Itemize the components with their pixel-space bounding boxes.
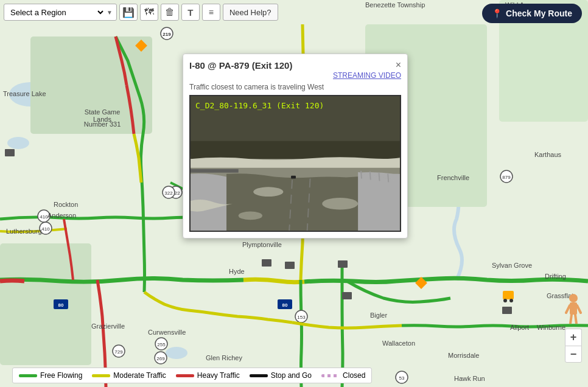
check-route-label: Check My Route: [506, 9, 572, 18]
pin-icon: 📍: [492, 9, 502, 18]
svg-line-55: [361, 171, 362, 179]
traffic-direction: Traffic closest to camera is traveling W…: [189, 83, 401, 91]
svg-text:80: 80: [58, 302, 64, 308]
legend-label-closed: Closed: [343, 371, 365, 380]
need-help-button[interactable]: Need Help?: [223, 4, 278, 21]
svg-rect-15: [502, 307, 512, 314]
svg-text:729: 729: [114, 349, 123, 355]
svg-text:255: 255: [157, 342, 166, 347]
svg-line-63: [577, 305, 581, 313]
svg-point-51: [322, 198, 358, 210]
save-button[interactable]: 💾: [119, 4, 138, 21]
camera-popup: I-80 @ PA-879 (Exit 120) × STREAMING VID…: [183, 54, 408, 239]
legend-stop-go: Stop and Go: [250, 371, 312, 380]
svg-rect-53: [291, 176, 296, 179]
svg-text:219: 219: [163, 32, 171, 37]
svg-point-18: [509, 299, 513, 302]
toolbar: Select a RegionNortheastSoutheastSouthwe…: [4, 4, 278, 21]
camera-image: C_D2_80-119.6_31 (Exit 120): [189, 95, 401, 232]
svg-rect-13: [338, 260, 348, 268]
svg-rect-47: [191, 141, 400, 159]
legend-moderate: Moderate Traffic: [92, 371, 166, 380]
svg-text:269: 269: [156, 356, 165, 361]
svg-rect-11: [262, 259, 271, 267]
svg-line-58: [388, 174, 388, 183]
delete-button[interactable]: 🗑: [161, 4, 179, 21]
svg-text:53: 53: [399, 375, 405, 381]
legend-line-moderate: [92, 374, 110, 377]
svg-rect-61: [570, 302, 577, 315]
svg-rect-14: [342, 292, 352, 299]
legend-label-stop-go: Stop and Go: [271, 371, 312, 380]
svg-line-64: [570, 315, 572, 324]
svg-rect-12: [285, 262, 295, 269]
zoom-out-button[interactable]: −: [565, 346, 582, 363]
svg-point-2: [7, 137, 29, 149]
svg-point-60: [569, 294, 578, 302]
svg-text:153: 153: [297, 315, 306, 320]
zoom-controls: + −: [565, 329, 582, 363]
legend-line-free: [19, 374, 37, 377]
svg-text:410: 410: [41, 226, 50, 232]
camera-label: C_D2_80-119.6_31 (Exit 120): [195, 101, 324, 110]
filter-button[interactable]: ≡: [202, 4, 220, 21]
region-select-wrapper[interactable]: Select a RegionNortheastSoutheastSouthwe…: [4, 4, 117, 21]
legend-line-stop-go: [250, 374, 268, 377]
map-container[interactable]: 80 80 219 322 322 153 53 879 729 269 255…: [0, 0, 588, 387]
svg-rect-16: [503, 291, 514, 299]
svg-point-52: [239, 212, 262, 220]
streaming-video-link[interactable]: STREAMING VIDEO: [333, 71, 401, 80]
svg-rect-4: [30, 37, 152, 134]
svg-line-62: [566, 305, 570, 313]
popup-title: I-80 @ PA-879 (Exit 120): [189, 60, 292, 71]
map-button[interactable]: 🗺: [140, 4, 158, 21]
svg-point-50: [253, 187, 283, 197]
popup-close-button[interactable]: ×: [396, 60, 401, 70]
svg-rect-10: [5, 149, 15, 156]
svg-text:410: 410: [40, 214, 48, 220]
text-button[interactable]: T: [181, 4, 200, 21]
svg-point-17: [503, 299, 507, 302]
svg-text:80: 80: [282, 302, 288, 308]
legend-line-heavy: [176, 374, 194, 377]
legend-label-heavy: Heavy Traffic: [197, 371, 240, 380]
svg-rect-59: [191, 169, 239, 173]
svg-line-56: [370, 172, 371, 180]
zoom-in-button[interactable]: +: [565, 329, 582, 346]
legend-heavy: Heavy Traffic: [176, 371, 240, 380]
svg-line-57: [379, 173, 380, 181]
legend-closed: Closed: [321, 371, 365, 380]
legend-label-moderate: Moderate Traffic: [113, 371, 166, 380]
legend: Free Flowing Moderate Traffic Heavy Traf…: [12, 368, 372, 383]
street-view-person[interactable]: [565, 293, 582, 326]
legend-label-free: Free Flowing: [40, 371, 82, 380]
legend-free-flowing: Free Flowing: [19, 371, 82, 380]
svg-line-65: [575, 315, 576, 324]
region-select[interactable]: Select a RegionNortheastSoutheastSouthwe…: [8, 7, 105, 18]
svg-rect-7: [0, 243, 91, 365]
svg-text:322: 322: [164, 190, 173, 196]
svg-point-3: [166, 347, 187, 359]
check-route-button[interactable]: 📍 Check My Route: [482, 4, 582, 23]
svg-text:879: 879: [502, 175, 511, 180]
legend-line-closed: [321, 374, 340, 377]
